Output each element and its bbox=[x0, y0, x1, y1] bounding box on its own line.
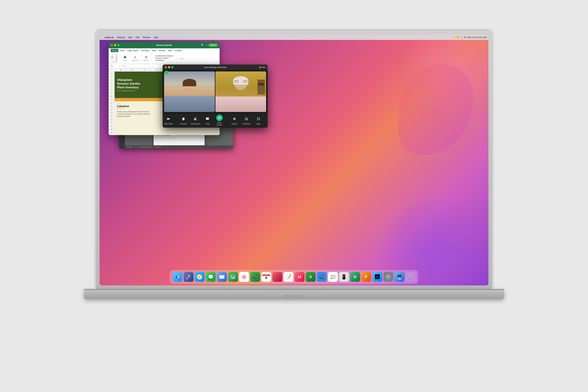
excel-search-icon[interactable]: 🔍 bbox=[201, 44, 204, 47]
svg-rect-15 bbox=[259, 118, 260, 118]
dock-system-prefs[interactable]: ⚙️ bbox=[383, 272, 393, 282]
person2-body bbox=[215, 96, 266, 112]
col-b-header: B bbox=[127, 68, 139, 72]
zoom-view-button[interactable]: ⊞ View bbox=[259, 66, 265, 69]
app-menu-window[interactable]: Window bbox=[141, 36, 152, 39]
dock-finder[interactable] bbox=[172, 272, 182, 282]
dock-airplay[interactable]: 📱 bbox=[339, 272, 349, 282]
cut-icon[interactable]: ✂ bbox=[115, 54, 118, 56]
dock-maps[interactable]: 🗺️ bbox=[228, 272, 238, 282]
reactions-button[interactable]: Reactions bbox=[242, 116, 251, 125]
dock-excel[interactable]: X bbox=[306, 272, 316, 282]
svg-point-13 bbox=[247, 118, 247, 119]
wifi-icon: 📶 bbox=[457, 36, 459, 38]
dock-zoom[interactable]: 📹 bbox=[317, 272, 327, 282]
dock-screen[interactable]: 🖥️ bbox=[395, 272, 404, 282]
excel-dock-icon: X bbox=[309, 275, 312, 279]
macbook-lid: zoom.us Meeting View Edit Window Help 🔋 … bbox=[96, 31, 492, 289]
svg-rect-17 bbox=[259, 119, 260, 120]
apps-label: Apps bbox=[256, 123, 260, 125]
excel-menu-pagelayout[interactable]: Page Layout bbox=[126, 49, 139, 52]
participants-icon bbox=[192, 116, 199, 122]
row-18-num: 18 bbox=[109, 128, 114, 131]
dock-messages[interactable]: 💬 bbox=[206, 272, 216, 282]
conditional-formatting-item[interactable]: Conditional Formatting ▾ bbox=[155, 55, 173, 57]
zoom-meeting-window[interactable]: Zoom Meeting 40-Minutes ⊞ View ✓ bbox=[163, 64, 268, 128]
dock-appstore[interactable]: 🅰 bbox=[372, 272, 382, 282]
app-menu-help[interactable]: Help bbox=[152, 36, 159, 39]
percent-icon[interactable]: % bbox=[144, 55, 148, 59]
dock-reminders[interactable]: 📝 bbox=[283, 272, 293, 282]
zoom-close-button[interactable] bbox=[165, 66, 167, 68]
dock-indesign[interactable]: Id bbox=[295, 272, 305, 282]
id-zoom-level: 29.93% bbox=[127, 146, 132, 148]
dock-launchpad[interactable]: 🚀 bbox=[184, 272, 193, 282]
excel-menu-view[interactable]: View bbox=[167, 49, 173, 52]
maps-icon: 🗺️ bbox=[230, 274, 236, 280]
zoom-titlebar: Zoom Meeting 40-Minutes ⊞ View bbox=[163, 64, 268, 70]
dock-facetime[interactable]: 📹 bbox=[250, 272, 260, 282]
dock-news[interactable]: 📰 bbox=[328, 272, 338, 282]
svg-point-10 bbox=[234, 118, 235, 119]
video-tile-person1 bbox=[164, 72, 215, 112]
security-button[interactable]: Security bbox=[179, 116, 188, 125]
window-maximize-button[interactable] bbox=[117, 44, 119, 46]
cell-styles-item[interactable]: Cell Styles ▾ bbox=[155, 60, 173, 62]
dock-numbers[interactable]: N bbox=[350, 272, 360, 282]
paste-icon[interactable]: 📋 bbox=[110, 55, 114, 59]
zoom-minimize-button[interactable] bbox=[168, 66, 170, 68]
appstore-icon: 🅰 bbox=[375, 274, 380, 280]
indesign-statusbar: 29.93% 1 / 1 [Basic (working)] No errors bbox=[125, 145, 233, 148]
controlcenter-icon[interactable]: ⊞ bbox=[464, 36, 466, 38]
row-8-num: 8 bbox=[109, 95, 114, 98]
person1-smile-hint bbox=[189, 91, 190, 92]
app-menu-edit[interactable]: Edit bbox=[134, 36, 141, 39]
dock-pages[interactable]: P bbox=[361, 272, 371, 282]
dock-calendar[interactable]: JUN 6 bbox=[261, 272, 271, 282]
chat-button[interactable]: Chat bbox=[203, 116, 212, 125]
excel-menu-review[interactable]: Review bbox=[157, 49, 166, 52]
numbers-dock-icon: N bbox=[354, 275, 356, 279]
zoom-maximize-button[interactable] bbox=[171, 66, 173, 68]
dock-trash[interactable]: 🗑️ bbox=[406, 272, 416, 282]
formula-cancel[interactable]: ✕ bbox=[121, 65, 123, 67]
row-10-num: 10 bbox=[109, 101, 114, 104]
dock-mail[interactable]: ✉️ bbox=[217, 272, 227, 282]
excel-menu-acrobat[interactable]: Acrobat bbox=[173, 49, 183, 52]
app-menu-zoom[interactable]: zoom.us bbox=[103, 36, 115, 39]
row-7-num: 7 bbox=[109, 92, 114, 95]
search-icon[interactable]: 🔍 bbox=[461, 36, 463, 38]
dock-music[interactable]: 🎵 bbox=[272, 272, 282, 282]
app-menu-meeting[interactable]: Meeting bbox=[116, 36, 126, 39]
news-icon: 📰 bbox=[330, 274, 336, 280]
align-icon[interactable]: ≡ bbox=[133, 55, 137, 59]
dock-safari[interactable]: 🧭 bbox=[195, 272, 205, 282]
row-13-num: 13 bbox=[109, 111, 114, 114]
excel-menu-insert[interactable]: Insert bbox=[119, 49, 126, 52]
excel-share-icon[interactable]: ↑ bbox=[206, 44, 207, 47]
app-menu-view[interactable]: View bbox=[127, 36, 134, 39]
row-19-num: 19 bbox=[109, 131, 114, 134]
apps-button[interactable]: Apps bbox=[254, 116, 263, 125]
stop-video-button[interactable]: Stop Video bbox=[164, 116, 173, 125]
format-painter-icon[interactable]: 🖌 bbox=[115, 58, 118, 61]
record-button[interactable]: Record bbox=[230, 116, 239, 125]
excel-menu-home[interactable]: Home bbox=[111, 49, 118, 52]
big-font-icon[interactable]: A bbox=[123, 55, 127, 59]
window-minimize-button[interactable] bbox=[114, 44, 116, 46]
excel-menu-formulas[interactable]: Formulas bbox=[140, 49, 150, 52]
messages-icon: 💬 bbox=[208, 274, 214, 280]
conditional-formatting-area: Conditional Formatting ▾ Format as Table… bbox=[154, 54, 175, 62]
excel-share-button[interactable]: Share bbox=[209, 44, 217, 47]
share-screen-icon bbox=[216, 114, 223, 121]
excel-menu-data[interactable]: Data bbox=[151, 49, 157, 52]
row-16-num: 16 bbox=[109, 121, 114, 124]
copy-icon[interactable]: ⎘ bbox=[115, 56, 118, 58]
participants-button[interactable]: Participants bbox=[191, 116, 200, 125]
dock-photos[interactable]: 🌸 bbox=[239, 272, 249, 282]
share-screen-button[interactable]: Share Screen bbox=[215, 114, 224, 126]
format-table-item[interactable]: Format as Table ▾ bbox=[155, 57, 173, 59]
svg-rect-16 bbox=[257, 119, 258, 120]
formula-checkmark[interactable]: ✓ bbox=[119, 65, 120, 67]
window-close-button[interactable] bbox=[111, 44, 113, 46]
